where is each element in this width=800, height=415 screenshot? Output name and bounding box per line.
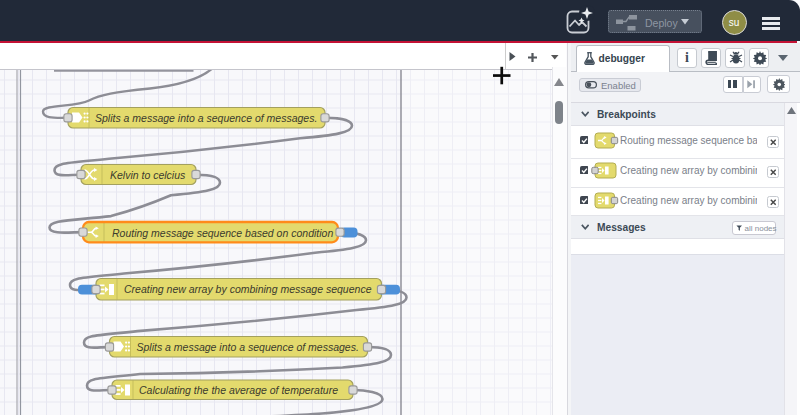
svg-text:Splits a message into a sequen: Splits a message into a sequence of mess… — [137, 341, 359, 353]
svg-text:Calculating the the average of: Calculating the the average of temperatu… — [139, 384, 338, 396]
svg-text:Kelvin to celcius: Kelvin to celcius — [110, 169, 186, 181]
svg-text:Creating new array by combinin: Creating new array by combining message … — [124, 283, 372, 295]
svg-text:Splits a message into a sequen: Splits a message into a sequence of mess… — [95, 112, 317, 124]
svg-text:Routing message sequence based: Routing message sequence based on condit… — [112, 226, 333, 238]
